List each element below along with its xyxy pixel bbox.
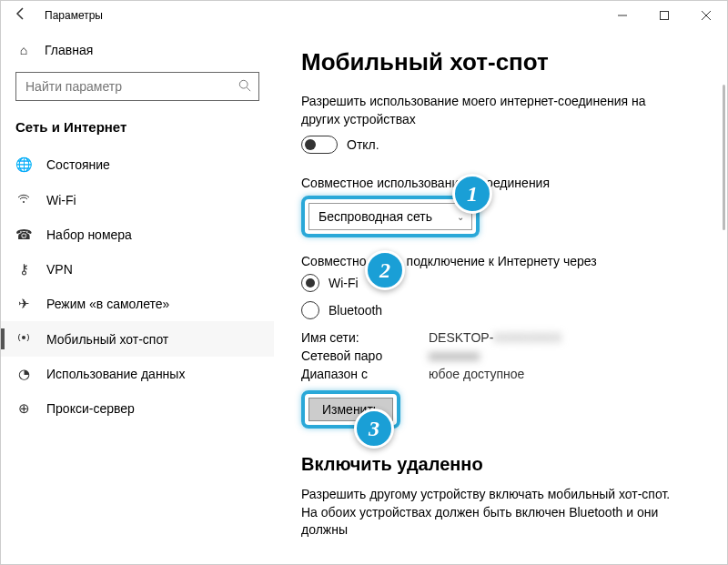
annotation-highlight-1: Беспроводная сеть ⌄	[301, 196, 480, 237]
sidebar-item-label: Режим «в самолете»	[46, 297, 169, 311]
sidebar-item-status[interactable]: 🌐 Состояние	[1, 147, 274, 182]
annotation-badge-3: 3	[354, 409, 394, 449]
wifi-icon	[15, 191, 32, 208]
sidebar-section-header: Сеть и Интернет	[1, 114, 274, 147]
radio-wifi-label: Wi-Fi	[329, 276, 359, 290]
net-band-label: Диапазон с	[301, 367, 429, 381]
sidebar-item-data-usage[interactable]: ◔ Использование данных	[1, 357, 274, 391]
sidebar-item-airplane[interactable]: ✈ Режим «в самолете»	[1, 287, 274, 321]
sidebar-item-label: Мобильный хот-спот	[46, 332, 168, 347]
net-name-label: Имя сети:	[301, 330, 429, 345]
radio-bluetooth-label: Bluetooth	[329, 303, 382, 318]
dropdown-value: Беспроводная сеть	[318, 209, 432, 224]
net-pass-label: Сетевой паро	[301, 348, 429, 363]
net-name-value: DESKTOP-XXXXXXXX	[429, 330, 561, 345]
sidebar-item-label: VPN	[46, 262, 73, 277]
sidebar-item-hotspot[interactable]: Мобильный хот-спот	[1, 321, 274, 357]
vpn-icon: ⚷	[15, 261, 32, 277]
minimize-button[interactable]	[602, 1, 643, 30]
sidebar-item-label: Состояние	[46, 157, 110, 172]
home-icon: ⌂	[15, 43, 32, 57]
remote-description: Разрешить другому устройству включать мо…	[301, 486, 683, 540]
home-label: Главная	[45, 43, 93, 57]
settings-window: Параметры ⌂ Главная Сеть и Интернет 🌐 С	[0, 0, 728, 565]
radio-wifi-row[interactable]: Wi-Fi	[301, 274, 700, 292]
svg-point-6	[23, 201, 25, 203]
window-controls	[602, 1, 727, 30]
search-input[interactable]	[25, 79, 238, 94]
hotspot-icon	[15, 330, 32, 348]
sidebar-item-dialup[interactable]: ☎ Набор номера	[1, 217, 274, 252]
toggle-knob	[305, 139, 316, 150]
svg-line-5	[247, 87, 250, 91]
svg-point-7	[22, 336, 25, 339]
sidebar-item-proxy[interactable]: ⊕ Прокси-сервер	[1, 391, 274, 426]
net-band-value: юбое доступное	[429, 367, 524, 381]
chevron-down-icon: ⌄	[457, 212, 464, 222]
proxy-icon: ⊕	[15, 400, 32, 417]
annotation-badge-1: 1	[452, 174, 492, 214]
close-button[interactable]	[685, 1, 727, 30]
sidebar-item-wifi[interactable]: Wi-Fi	[1, 182, 274, 217]
window-title: Параметры	[45, 9, 103, 22]
maximize-button[interactable]	[643, 1, 685, 30]
share-from-label: Совместное использование т-соединения	[301, 176, 700, 190]
annotation-badge-2: 2	[365, 250, 405, 290]
share-description: Разрешить использование моего интернет-с…	[301, 93, 683, 128]
scrollbar[interactable]	[723, 85, 725, 230]
data-usage-icon: ◔	[15, 366, 32, 382]
network-info: Имя сети: DESKTOP-XXXXXXXX Сетевой паро …	[301, 330, 700, 381]
sidebar-item-label: Прокси-сервер	[46, 401, 135, 416]
status-icon: 🌐	[15, 156, 32, 173]
sidebar-item-label: Wi-Fi	[46, 193, 76, 207]
back-button[interactable]	[8, 6, 34, 25]
svg-rect-1	[661, 12, 669, 20]
sidebar: ⌂ Главная Сеть и Интернет 🌐 Состояние Wi…	[1, 30, 274, 564]
titlebar: Параметры	[1, 1, 727, 30]
main-content: Мобильный хот-спот Разрешить использован…	[274, 30, 727, 564]
hotspot-toggle[interactable]	[301, 136, 338, 154]
sidebar-item-vpn[interactable]: ⚷ VPN	[1, 252, 274, 287]
search-box[interactable]	[15, 72, 259, 101]
search-icon	[238, 79, 251, 95]
remote-heading: Включить удаленно	[301, 454, 700, 475]
sidebar-item-label: Набор номера	[46, 227, 132, 242]
sidebar-item-label: Использование данных	[46, 367, 185, 381]
page-title: Мобильный хот-спот	[301, 48, 700, 76]
airplane-icon: ✈	[15, 296, 32, 312]
share-via-label: Совместно овать подключение к Интернету …	[301, 254, 700, 268]
svg-point-4	[239, 80, 248, 88]
connection-dropdown[interactable]: Беспроводная сеть ⌄	[308, 203, 472, 230]
dialup-icon: ☎	[15, 227, 32, 243]
radio-bluetooth[interactable]	[301, 301, 319, 319]
net-pass-value: xxxxxxxx	[429, 348, 480, 363]
toggle-label: Откл.	[347, 137, 379, 152]
sidebar-home[interactable]: ⌂ Главная	[1, 35, 274, 65]
radio-wifi[interactable]	[301, 274, 319, 292]
radio-bluetooth-row[interactable]: Bluetooth	[301, 301, 700, 319]
